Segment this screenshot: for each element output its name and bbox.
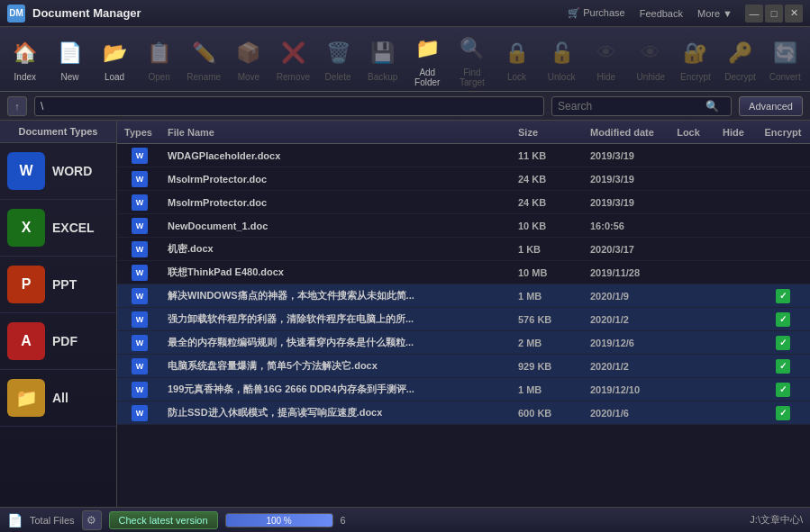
maximize-button[interactable]: □ (765, 5, 783, 23)
file-list-scroll[interactable]: W WDAGPlaceholder.docx 11 KB 2019/3/19 W… (117, 144, 810, 507)
sidebar-item-ppt[interactable]: PPPT (0, 257, 116, 313)
toolbar: 🏠Index📄New📂Load📋Open✏️Rename📦Move❌Remove… (0, 27, 810, 92)
row-filename: MsoIrmProtector.doc (162, 197, 513, 208)
file-table-header: Types File Name Size Modified date Lock … (117, 121, 810, 144)
table-row[interactable]: W MsoIrmProtector.doc 24 KB 2019/3/19 (117, 191, 810, 214)
all-type-label: All (52, 391, 68, 405)
index-toolbar-btn[interactable]: 🏠Index (4, 31, 47, 88)
row-type-icon: W (117, 405, 162, 421)
row-filename: 联想ThinkPad E480.docx (162, 266, 513, 279)
purchase-link[interactable]: 🛒 Purchase (562, 5, 631, 21)
table-row[interactable]: W WDAGPlaceholder.docx 11 KB 2019/3/19 (117, 144, 810, 167)
row-filename: MsoIrmProtector.doc (162, 174, 513, 185)
row-date: 2020/1/2 (585, 361, 666, 372)
delete-toolbar-btn: 🗑️Delete (316, 31, 359, 88)
table-row[interactable]: W 电脑系统盘容量爆满，简单5个方法解决它.docx 929 KB 2020/1… (117, 355, 810, 378)
close-button[interactable]: ✕ (785, 5, 803, 23)
col-header-lock: Lock (666, 127, 711, 138)
row-date: 16:0:56 (585, 221, 666, 231)
excel-type-label: EXCEL (52, 221, 95, 235)
hide-toolbar-btn: 👁Hide (585, 31, 628, 88)
row-size: 1 MB (513, 291, 585, 302)
row-encrypt: ✓ (756, 312, 810, 327)
title-bar: DM Document Manager 🛒 Purchase Feedback … (0, 0, 810, 27)
row-size: 929 KB (513, 361, 585, 372)
check-version-button[interactable]: Check latest version (109, 511, 218, 529)
table-row[interactable]: W 解决WINDOWS痛点的神器，本地文件搜索从未如此简... 1 MB 202… (117, 284, 810, 308)
row-type-icon: W (117, 358, 162, 374)
row-size: 600 KB (513, 408, 585, 419)
row-encrypt: ✓ (756, 289, 810, 303)
ppt-type-label: PPT (52, 277, 77, 292)
sidebar-item-word[interactable]: WWORD (0, 143, 116, 200)
row-type-icon: W (117, 311, 162, 328)
row-type-icon: W (117, 218, 162, 234)
col-header-types: Types (117, 127, 162, 138)
table-row[interactable]: W MsoIrmProtector.doc 24 KB 2019/3/19 (117, 167, 810, 191)
row-encrypt: ✓ (756, 336, 810, 350)
row-size: 11 KB (513, 150, 585, 161)
address-bar[interactable] (34, 96, 544, 116)
total-files-icon: 📄 (7, 513, 23, 527)
row-encrypt: ✓ (756, 359, 810, 374)
nav-back-button[interactable]: ↑ (7, 96, 27, 116)
sidebar-item-pdf[interactable]: APDF (0, 313, 116, 370)
table-row[interactable]: W 199元真香神条，酷兽16G 2666 DDR4内存条到手测评... 1 M… (117, 378, 810, 401)
status-path: J:\文章中心\ (353, 513, 803, 527)
search-bar-wrap: 🔍 (551, 96, 732, 116)
sidebar: Document Types WWORDXEXCELPPPTAPDF📁All (0, 121, 117, 507)
table-row[interactable]: W 机密.docx 1 KB 2020/3/17 (117, 238, 810, 261)
settings-icon[interactable]: ⚙ (82, 510, 102, 530)
top-links: 🛒 Purchase Feedback More ▼ (562, 5, 738, 21)
row-encrypt: ✓ (756, 406, 810, 420)
more-link[interactable]: More ▼ (692, 6, 738, 21)
feedback-link[interactable]: Feedback (634, 6, 688, 21)
unlock-toolbar-btn: 🔓Unlock (540, 31, 583, 88)
row-size: 10 KB (513, 221, 585, 231)
app-title: Document Manager (32, 6, 562, 20)
encrypt-toolbar-btn: 🔐Encrypt (674, 31, 717, 88)
row-date: 2019/3/19 (585, 197, 666, 208)
search-input[interactable] (558, 100, 702, 113)
table-row[interactable]: W 强力卸载软件程序的利器，清除软件程序在电脑上的所... 576 KB 202… (117, 308, 810, 331)
row-size: 1 MB (513, 384, 585, 395)
sidebar-header: Document Types (0, 121, 116, 143)
progress-label: 100 % (226, 514, 332, 527)
status-bar: 📄 Total Files ⚙ Check latest version 100… (0, 507, 810, 532)
row-type-icon: W (117, 382, 162, 398)
row-date: 2020/1/9 (585, 291, 666, 302)
all-type-icon: 📁 (7, 379, 45, 417)
app-icon: DM (7, 5, 25, 23)
sidebar-item-all[interactable]: 📁All (0, 370, 116, 427)
backup-toolbar-btn: 💾Backup (361, 31, 405, 88)
load-toolbar-btn[interactable]: 📂Load (93, 31, 136, 88)
row-size: 1 KB (513, 244, 585, 255)
row-filename: 防止SSD进入休眠模式，提高读写响应速度.docx (162, 406, 513, 419)
row-type-icon: W (117, 265, 162, 281)
decrypt-toolbar-btn: 🔑Decrypt (719, 31, 762, 88)
table-row[interactable]: W 联想ThinkPad E480.docx 10 MB 2019/11/28 (117, 261, 810, 284)
word-type-icon: W (7, 152, 45, 190)
row-date: 2019/12/10 (585, 384, 666, 395)
row-date: 2019/3/19 (585, 150, 666, 161)
row-date: 2019/12/6 (585, 338, 666, 348)
add-folder-toolbar-btn[interactable]: 📁Add Folder (405, 31, 449, 88)
row-date: 2019/11/28 (585, 267, 666, 278)
lock-toolbar-btn: 🔒Lock (496, 31, 539, 88)
new-toolbar-btn[interactable]: 📄New (49, 31, 92, 88)
advanced-button[interactable]: Advanced (739, 96, 803, 116)
move-toolbar-btn: 📦Move (227, 31, 270, 88)
sidebar-item-excel[interactable]: XEXCEL (0, 200, 116, 257)
table-row[interactable]: W 防止SSD进入休眠模式，提高读写响应速度.docx 600 KB 2020/… (117, 401, 810, 425)
pdf-type-label: PDF (52, 334, 77, 348)
row-filename: 强力卸载软件程序的利器，清除软件程序在电脑上的所... (162, 312, 513, 326)
col-header-hide: Hide (711, 127, 756, 138)
remove-toolbar-btn: ❌Remove (272, 31, 315, 88)
row-size: 2 MB (513, 338, 585, 348)
file-count: 6 (341, 515, 346, 526)
minimize-button[interactable]: — (745, 5, 763, 23)
table-row[interactable]: W NewDocument_1.doc 10 KB 16:0:56 (117, 214, 810, 238)
excel-type-icon: X (7, 209, 45, 247)
row-type-icon: W (117, 148, 162, 164)
table-row[interactable]: W 最全的内存颗粒编码规则，快速看穿内存条是什么颗粒... 2 MB 2019/… (117, 331, 810, 355)
